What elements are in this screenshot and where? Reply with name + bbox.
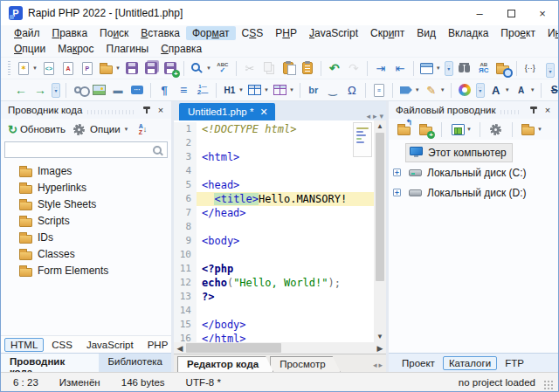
horizontal-scrollbar[interactable]: ◀ ▶ <box>174 342 386 354</box>
undo-button[interactable]: ↶ <box>326 59 343 77</box>
tree-item-scripts[interactable]: Scripts <box>1 212 171 229</box>
heading-button[interactable]: H1▼ <box>221 81 245 99</box>
tab-просмотр[interactable]: Просмотр <box>270 356 341 372</box>
menu-css[interactable]: CSS <box>236 26 270 40</box>
menu-format[interactable]: Формат <box>186 26 236 40</box>
save-as-button[interactable]: + <box>162 59 179 77</box>
tab-list-icon[interactable]: ▾ <box>379 112 383 120</box>
menu-javascript[interactable]: JavaScript <box>303 26 364 40</box>
nbsp-button[interactable]: ‿ <box>324 81 342 99</box>
code-line[interactable]: 10 <box>174 248 374 262</box>
code-line[interactable]: 8 <box>174 220 374 234</box>
menu-edit[interactable]: Правка <box>46 26 94 40</box>
tab-каталоги[interactable]: Каталоги <box>443 356 497 370</box>
menu-php[interactable]: PHP <box>269 26 303 40</box>
outdent-button[interactable]: ⇤ <box>391 59 409 77</box>
new-web-document-button[interactable]: <> <box>40 59 58 77</box>
maximize-button[interactable] <box>495 1 527 25</box>
menu-view[interactable]: Вид <box>411 26 442 40</box>
close-tab-icon[interactable]: ✕ <box>259 107 267 118</box>
resize-grip[interactable] <box>544 381 553 389</box>
code-line[interactable]: 3<html> <box>174 150 374 164</box>
horizontal-scroll-thumb[interactable] <box>186 343 281 353</box>
format-brush-button[interactable]: ✎▼ <box>423 81 446 99</box>
expand-icon[interactable]: + <box>393 168 401 176</box>
code-line[interactable]: 12echo("Hello, World!"); <box>174 276 374 290</box>
folder-up-button[interactable] <box>395 120 412 138</box>
tab-php[interactable]: PHP <box>141 338 175 352</box>
menu-tools[interactable]: Инструменты <box>542 26 559 40</box>
pin-icon[interactable] <box>527 103 541 117</box>
search-button[interactable]: ▼ <box>189 59 212 77</box>
insert-link-button[interactable] <box>71 81 88 99</box>
tree-item-hyperlinks[interactable]: Hyperlinks <box>1 179 171 196</box>
code-line[interactable]: 1<!DOCTYPE html> <box>174 122 374 136</box>
tab-html[interactable]: HTML <box>4 338 44 352</box>
nav-overflow-button[interactable]: ··▾ <box>51 82 61 99</box>
insert-form-button[interactable]: ▼ <box>272 81 295 99</box>
find-in-files-button[interactable] <box>456 59 473 77</box>
open-folder-button[interactable]: ▼ <box>98 59 121 77</box>
new-folder-button[interactable] <box>417 120 434 138</box>
font-increase-button[interactable]: A▼ <box>487 81 511 99</box>
find-replace-button[interactable]: ABЯС <box>475 59 493 77</box>
code-snippets-button[interactable]: {··} <box>521 59 539 77</box>
close-panel-icon[interactable]: × <box>541 103 555 117</box>
tab-библиотека[interactable]: Библиотека <box>99 354 171 372</box>
back-button[interactable]: ← <box>12 81 30 99</box>
code-minimap[interactable] <box>353 122 372 157</box>
panels-button[interactable]: ▼ <box>418 59 442 77</box>
close-panel-icon[interactable]: × <box>154 103 168 117</box>
scroll-right-icon[interactable]: ▶ <box>374 344 386 353</box>
toolbar1-more-button[interactable]: ··▾ <box>545 62 556 79</box>
menu-help[interactable]: Справка <box>155 42 208 56</box>
menu-search[interactable]: Поиск <box>93 26 135 40</box>
tab-проект[interactable]: Проект <box>396 356 441 370</box>
vertical-scrollbar[interactable]: ▲ ▼ <box>374 120 386 342</box>
tab-javascript[interactable]: JavaScript <box>80 338 140 352</box>
code-line[interactable]: 11<?php <box>174 262 374 276</box>
file-tree-item[interactable]: +Этот компьютер <box>389 142 558 162</box>
paragraph-button[interactable]: ¶ <box>155 81 173 99</box>
copy-button[interactable] <box>260 59 278 77</box>
favorites-folder-button[interactable]: ▼ <box>520 120 543 138</box>
settings-button[interactable] <box>487 120 505 138</box>
redo-button[interactable]: ↷ <box>345 59 362 77</box>
view-mode-button[interactable]: ▼ <box>449 120 473 138</box>
tab-редактор-кода[interactable]: Редактор кода <box>177 356 273 372</box>
pin-icon[interactable] <box>140 103 154 117</box>
strikethrough-button[interactable]: S▼ <box>546 81 559 99</box>
menu-macro[interactable]: Макрос <box>52 42 100 56</box>
vertical-scroll-thumb[interactable] <box>376 133 384 281</box>
document-tab[interactable]: Untitled1.php * ✕ <box>179 103 275 120</box>
insert-script-button[interactable]: ≡ <box>370 81 388 99</box>
forward-button[interactable]: → <box>31 81 49 99</box>
code-explorer-search-input[interactable] <box>5 145 153 155</box>
code-line[interactable]: 7</head> <box>174 206 374 220</box>
minimize-button[interactable]: – <box>464 1 495 25</box>
spell-check-button[interactable]: ABC✓ <box>214 59 231 77</box>
menu-plugins[interactable]: Плагины <box>100 42 155 56</box>
tab-ftp[interactable]: FTP <box>499 356 530 370</box>
sort-button[interactable]: AZ↓ <box>134 120 153 138</box>
code-line[interactable]: 13?> <box>174 290 374 304</box>
comment-button[interactable] <box>128 81 146 99</box>
tab-css[interactable]: CSS <box>45 338 79 352</box>
code-line[interactable]: 16</html> <box>174 332 374 342</box>
code-line[interactable]: 2 <box>174 136 374 150</box>
toolbar1-overflow-button[interactable]: ··▾ <box>444 60 454 77</box>
tree-item-form-elements[interactable]: Form Elements <box>1 262 171 279</box>
file-tree-item[interactable]: +Локальный диск (D:) <box>389 182 558 203</box>
code-editor[interactable]: 1<!DOCTYPE html>23<html>45<head>6 <title… <box>174 120 374 342</box>
code-line[interactable]: 4 <box>174 164 374 178</box>
bullet-list-button[interactable]: ≡ <box>175 81 192 99</box>
clipboard-button[interactable] <box>299 59 316 77</box>
find-in-folder-button[interactable] <box>494 59 512 77</box>
menu-project[interactable]: Проект <box>494 26 542 40</box>
tree-item-ids[interactable]: IDs <box>1 229 171 245</box>
save-all-button[interactable] <box>142 59 160 77</box>
view-tab-next-icon[interactable]: ▸ <box>378 361 383 369</box>
horizontal-rule-button[interactable]: ▬ <box>109 81 127 99</box>
code-line[interactable]: 6 <title>Hello.MANSORY! <box>174 192 374 206</box>
tree-item-style-sheets[interactable]: Style Sheets <box>1 196 171 212</box>
